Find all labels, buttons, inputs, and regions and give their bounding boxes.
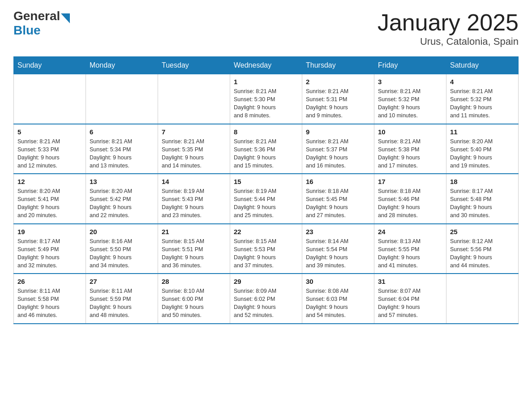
logo: General Blue [13,9,70,38]
day-info: Sunrise: 8:20 AM Sunset: 5:40 PM Dayligh… [450,137,515,170]
day-number: 2 [306,78,370,86]
day-number: 16 [306,178,370,185]
calendar-cell: 2Sunrise: 8:21 AM Sunset: 5:31 PM Daylig… [302,74,374,124]
day-number: 18 [450,178,515,185]
day-info: Sunrise: 8:18 AM Sunset: 5:46 PM Dayligh… [378,187,442,220]
calendar-cell: 12Sunrise: 8:20 AM Sunset: 5:41 PM Dayli… [14,174,86,224]
day-info: Sunrise: 8:15 AM Sunset: 5:51 PM Dayligh… [162,237,226,270]
column-header-saturday: Saturday [446,57,519,74]
day-number: 8 [234,128,298,136]
day-info: Sunrise: 8:21 AM Sunset: 5:38 PM Dayligh… [378,137,442,170]
calendar-cell: 15Sunrise: 8:19 AM Sunset: 5:44 PM Dayli… [230,174,302,224]
calendar-cell: 9Sunrise: 8:21 AM Sunset: 5:37 PM Daylig… [302,124,374,174]
logo-triangle-icon [61,13,70,23]
calendar-cell: 31Sunrise: 8:07 AM Sunset: 6:04 PM Dayli… [374,274,446,324]
day-number: 12 [17,178,82,185]
calendar-cell: 17Sunrise: 8:18 AM Sunset: 5:46 PM Dayli… [374,174,446,224]
day-number: 9 [306,128,370,136]
calendar-cell: 4Sunrise: 8:21 AM Sunset: 5:32 PM Daylig… [446,74,519,124]
day-number: 30 [306,278,370,285]
month-title: January 2025 [378,9,519,36]
day-info: Sunrise: 8:21 AM Sunset: 5:35 PM Dayligh… [162,137,226,170]
calendar-cell [446,274,519,324]
day-number: 1 [234,78,298,86]
day-number: 29 [234,278,298,285]
calendar-week-row: 5Sunrise: 8:21 AM Sunset: 5:33 PM Daylig… [14,124,519,174]
column-header-friday: Friday [374,57,446,74]
day-info: Sunrise: 8:20 AM Sunset: 5:41 PM Dayligh… [17,187,82,220]
calendar-week-row: 12Sunrise: 8:20 AM Sunset: 5:41 PM Dayli… [14,174,519,224]
calendar-cell: 19Sunrise: 8:17 AM Sunset: 5:49 PM Dayli… [14,224,86,274]
day-info: Sunrise: 8:14 AM Sunset: 5:54 PM Dayligh… [306,237,370,270]
page-header: General Blue January 2025 Urus, Cataloni… [13,9,519,47]
calendar-cell: 20Sunrise: 8:16 AM Sunset: 5:50 PM Dayli… [86,224,158,274]
day-number: 10 [378,128,442,136]
calendar-cell: 7Sunrise: 8:21 AM Sunset: 5:35 PM Daylig… [158,124,230,174]
calendar-table: SundayMondayTuesdayWednesdayThursdayFrid… [13,56,519,324]
calendar-cell [14,74,86,124]
calendar-cell: 3Sunrise: 8:21 AM Sunset: 5:32 PM Daylig… [374,74,446,124]
day-info: Sunrise: 8:09 AM Sunset: 6:02 PM Dayligh… [234,287,298,320]
calendar-cell: 24Sunrise: 8:13 AM Sunset: 5:55 PM Dayli… [374,224,446,274]
calendar-cell: 26Sunrise: 8:11 AM Sunset: 5:58 PM Dayli… [14,274,86,324]
day-info: Sunrise: 8:17 AM Sunset: 5:48 PM Dayligh… [450,187,515,220]
day-number: 13 [90,178,154,185]
calendar-cell: 25Sunrise: 8:12 AM Sunset: 5:56 PM Dayli… [446,224,519,274]
day-number: 22 [234,228,298,235]
day-info: Sunrise: 8:15 AM Sunset: 5:53 PM Dayligh… [234,237,298,270]
calendar-cell: 13Sunrise: 8:20 AM Sunset: 5:42 PM Dayli… [86,174,158,224]
day-info: Sunrise: 8:21 AM Sunset: 5:31 PM Dayligh… [306,87,370,120]
day-number: 5 [17,128,82,136]
calendar-cell [86,74,158,124]
day-number: 28 [162,278,226,285]
day-info: Sunrise: 8:21 AM Sunset: 5:30 PM Dayligh… [234,87,298,120]
calendar-cell: 1Sunrise: 8:21 AM Sunset: 5:30 PM Daylig… [230,74,302,124]
day-number: 23 [306,228,370,235]
calendar-cell: 18Sunrise: 8:17 AM Sunset: 5:48 PM Dayli… [446,174,519,224]
day-info: Sunrise: 8:07 AM Sunset: 6:04 PM Dayligh… [378,287,442,320]
day-number: 24 [378,228,442,235]
day-number: 15 [234,178,298,185]
calendar-cell: 29Sunrise: 8:09 AM Sunset: 6:02 PM Dayli… [230,274,302,324]
day-number: 17 [378,178,442,185]
day-info: Sunrise: 8:19 AM Sunset: 5:43 PM Dayligh… [162,187,226,220]
day-info: Sunrise: 8:21 AM Sunset: 5:37 PM Dayligh… [306,137,370,170]
day-number: 7 [162,128,226,136]
calendar-cell: 11Sunrise: 8:20 AM Sunset: 5:40 PM Dayli… [446,124,519,174]
column-header-wednesday: Wednesday [230,57,302,74]
calendar-cell: 27Sunrise: 8:11 AM Sunset: 5:59 PM Dayli… [86,274,158,324]
calendar-cell: 10Sunrise: 8:21 AM Sunset: 5:38 PM Dayli… [374,124,446,174]
calendar-cell: 5Sunrise: 8:21 AM Sunset: 5:33 PM Daylig… [14,124,86,174]
day-number: 20 [90,228,154,235]
day-info: Sunrise: 8:17 AM Sunset: 5:49 PM Dayligh… [17,237,82,270]
calendar-cell [158,74,230,124]
day-number: 21 [162,228,226,235]
day-info: Sunrise: 8:19 AM Sunset: 5:44 PM Dayligh… [234,187,298,220]
day-number: 27 [90,278,154,285]
day-number: 19 [17,228,82,235]
logo-general-text: General [13,9,60,23]
logo-blue-text: Blue [13,23,41,38]
calendar-header-row: SundayMondayTuesdayWednesdayThursdayFrid… [14,57,519,74]
day-info: Sunrise: 8:21 AM Sunset: 5:34 PM Dayligh… [90,137,154,170]
calendar-cell: 21Sunrise: 8:15 AM Sunset: 5:51 PM Dayli… [158,224,230,274]
calendar-cell: 6Sunrise: 8:21 AM Sunset: 5:34 PM Daylig… [86,124,158,174]
day-number: 26 [17,278,82,285]
day-info: Sunrise: 8:21 AM Sunset: 5:36 PM Dayligh… [234,137,298,170]
calendar-week-row: 1Sunrise: 8:21 AM Sunset: 5:30 PM Daylig… [14,74,519,124]
column-header-monday: Monday [86,57,158,74]
calendar-week-row: 19Sunrise: 8:17 AM Sunset: 5:49 PM Dayli… [14,224,519,274]
calendar-cell: 28Sunrise: 8:10 AM Sunset: 6:00 PM Dayli… [158,274,230,324]
location-title: Urus, Catalonia, Spain [378,36,519,47]
column-header-sunday: Sunday [14,57,86,74]
day-number: 6 [90,128,154,136]
day-number: 14 [162,178,226,185]
day-number: 4 [450,78,515,86]
day-info: Sunrise: 8:16 AM Sunset: 5:50 PM Dayligh… [90,237,154,270]
day-info: Sunrise: 8:11 AM Sunset: 5:59 PM Dayligh… [90,287,154,320]
day-number: 31 [378,278,442,285]
day-info: Sunrise: 8:20 AM Sunset: 5:42 PM Dayligh… [90,187,154,220]
calendar-cell: 16Sunrise: 8:18 AM Sunset: 5:45 PM Dayli… [302,174,374,224]
day-info: Sunrise: 8:21 AM Sunset: 5:32 PM Dayligh… [450,87,515,120]
day-info: Sunrise: 8:11 AM Sunset: 5:58 PM Dayligh… [17,287,82,320]
